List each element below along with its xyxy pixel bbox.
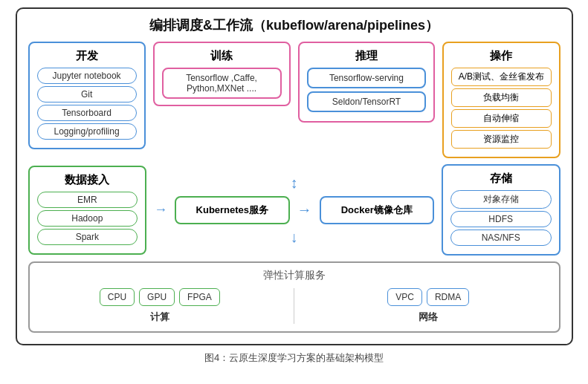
compute-section: CPU GPU FPGA 计算 <box>37 288 283 324</box>
compute-gpu: GPU <box>139 288 175 306</box>
tuili-item-1: Seldon/TensorRT <box>307 91 427 112</box>
network-rdma: RDMA <box>427 288 469 306</box>
elastic-inner: CPU GPU FPGA 计算 VPC RDMA 网络 <box>37 288 552 324</box>
network-vpc: VPC <box>387 288 422 306</box>
middle-section: 数据接入 EMR Hadoop Spark ↕ → Kubernetes服务 →… <box>28 164 560 256</box>
compute-label: 计算 <box>37 310 283 324</box>
elastic-box: 弹性计算服务 CPU GPU FPGA 计算 VPC RDMA <box>28 261 560 333</box>
shuju-item-1: Hadoop <box>37 210 138 227</box>
kaifa-title: 开发 <box>37 49 137 63</box>
compute-fpga: FPGA <box>179 288 220 306</box>
bottom-section: 弹性计算服务 CPU GPU FPGA 计算 VPC RDMA <box>28 261 560 333</box>
caozuo-item-3: 资源监控 <box>451 130 551 149</box>
shuju-box: 数据接入 EMR Hadoop Spark <box>28 166 147 255</box>
shuju-title: 数据接入 <box>37 173 138 187</box>
xunlian-content: Tensorflow ,Caffe, Python,MXNet .... <box>162 68 282 99</box>
cunchu-item-2: NAS/NFS <box>450 230 552 246</box>
kaifa-item-0: Jupyter notebook <box>37 68 137 84</box>
middle-center: ↕ → Kubernetes服务 → Docker镜像仓库 ↓ <box>154 175 434 246</box>
arrow-left-kube: → <box>154 202 167 218</box>
caption: 图4：云原生深度学习方案的基础架构模型 <box>204 351 384 365</box>
elastic-title: 弹性计算服务 <box>37 269 552 282</box>
cunchu-box: 存储 对象存储 HDFS NAS/NFS <box>442 164 560 256</box>
kaifa-item-2: Tensorboard <box>37 105 137 121</box>
cunchu-title: 存储 <box>450 172 552 186</box>
network-pills: VPC RDMA <box>306 288 552 306</box>
cunchu-item-1: HDFS <box>450 211 552 227</box>
xunlian-title: 训练 <box>162 49 282 63</box>
compute-cpu: CPU <box>100 288 135 306</box>
kaifa-box: 开发 Jupyter notebook Git Tensorboard Logg… <box>28 42 146 149</box>
tuili-box: 推理 Tensorflow-serving Seldon/TensorRT <box>298 42 436 123</box>
main-container: 编排调度&工作流（kubeflow/arena/pipelines） 开发 Ju… <box>16 7 573 345</box>
kaifa-item-1: Git <box>37 86 137 102</box>
arrow-kube-docker: → <box>297 201 312 218</box>
kubernetes-box: Kubernetes服务 <box>175 196 289 224</box>
kubernetes-label: Kubernetes服务 <box>196 204 269 215</box>
caozuo-item-2: 自动伸缩 <box>451 109 551 128</box>
docker-box: Docker镜像仓库 <box>320 196 434 224</box>
shuju-item-0: EMR <box>37 192 138 208</box>
cunchu-item-0: 对象存储 <box>450 190 552 209</box>
docker-label: Docker镜像仓库 <box>341 204 413 215</box>
arrow-down: ↓ <box>291 229 298 246</box>
network-section: VPC RDMA 网络 <box>306 288 552 324</box>
caozuo-title: 操作 <box>451 49 551 63</box>
tuili-title: 推理 <box>307 49 427 63</box>
caozuo-box: 操作 A/B测试、金丝雀发布 负载均衡 自动伸缩 资源监控 <box>442 42 560 158</box>
kaifa-item-3: Logging/profiling <box>37 123 137 140</box>
arrow-up: ↕ <box>291 175 298 192</box>
kube-docker-row: → Kubernetes服务 → Docker镜像仓库 <box>154 196 434 224</box>
divider <box>294 288 294 324</box>
top-row: 开发 Jupyter notebook Git Tensorboard Logg… <box>28 42 560 158</box>
caozuo-item-1: 负载均衡 <box>451 88 551 107</box>
network-label: 网络 <box>306 310 552 324</box>
caozuo-item-0: A/B测试、金丝雀发布 <box>451 68 551 86</box>
shuju-item-2: Spark <box>37 229 138 245</box>
main-title: 编排调度&工作流（kubeflow/arena/pipelines） <box>28 16 560 34</box>
compute-pills: CPU GPU FPGA <box>37 288 283 306</box>
tuili-item-0: Tensorflow-serving <box>307 68 427 88</box>
xunlian-box: 训练 Tensorflow ,Caffe, Python,MXNet .... <box>153 42 291 106</box>
